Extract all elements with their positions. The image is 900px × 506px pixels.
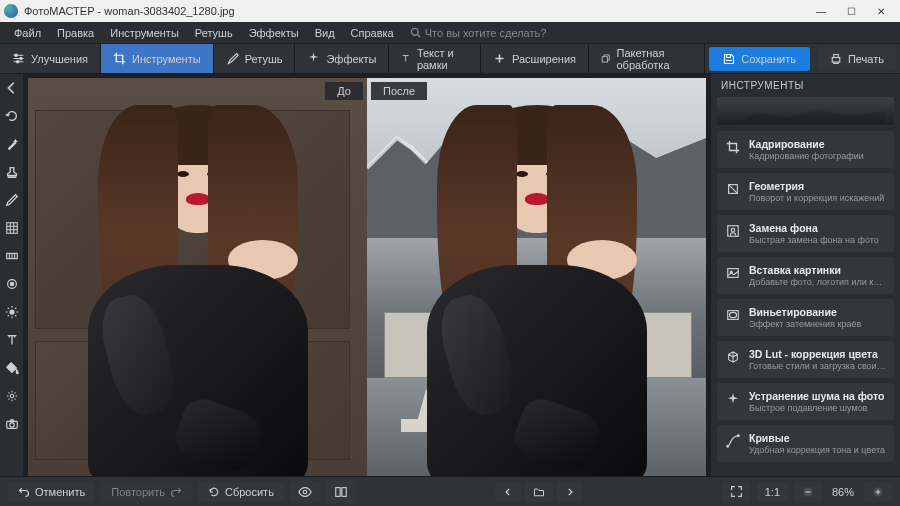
exposure-tool[interactable] [2,302,22,322]
text-icon [401,52,410,65]
save-button[interactable]: Сохранить [709,47,810,71]
bgreplace-icon [725,223,741,239]
tool-desc: Удобная коррекция тона и цвета [749,445,885,455]
close-button[interactable]: ✕ [866,0,896,22]
open-folder-button[interactable] [525,482,553,502]
right-panel-header: ИНСТРУМЕНТЫ [711,74,900,97]
brush-tool[interactable] [2,190,22,210]
crop-icon [725,139,741,155]
right-panel: ИНСТРУМЕНТЫ КадрированиеКадрирование фот… [710,74,900,476]
text-tool[interactable] [2,330,22,350]
undo-label: Отменить [35,486,85,498]
tool-vignette[interactable]: ВиньетированиеЭффект затемнения краёв [717,299,894,336]
camera-tool[interactable] [2,414,22,434]
tab-text[interactable]: Текст и рамки [389,44,481,73]
tab-extensions-label: Расширения [512,53,576,65]
fit-screen-button[interactable] [722,481,751,502]
tool-title: Геометрия [749,180,884,192]
tool-title: Виньетирование [749,306,861,318]
svg-point-13 [9,423,13,427]
tab-text-label: Текст и рамки [417,47,468,71]
main-toolbar: Улучшения Инструменты Ретушь Эффекты Тек… [0,44,900,74]
menu-tools[interactable]: Инструменты [102,22,187,44]
tab-tools[interactable]: Инструменты [101,44,214,73]
brush-icon [226,52,239,65]
stack-icon [601,52,610,65]
tool-desc: Быстрое подавление шумов [749,403,884,413]
radial-tool[interactable] [2,274,22,294]
tab-effects[interactable]: Эффекты [295,44,389,73]
svg-point-20 [730,312,737,317]
chevron-left-icon [503,487,513,497]
bottom-bar: Отменить Повторить Сбросить 1:1 86% [0,476,900,506]
tab-enhance[interactable]: Улучшения [0,44,101,73]
tool-denoise[interactable]: Устранение шума на фотоБыстрое подавлени… [717,383,894,420]
tab-batch-label: Пакетная обработка [616,47,692,71]
gradient-tool[interactable] [2,246,22,266]
print-label: Печать [848,53,884,65]
svg-rect-4 [602,57,607,62]
redo-button[interactable]: Повторить [101,482,192,502]
fill-tool[interactable] [2,358,22,378]
tab-enhance-label: Улучшения [31,53,88,65]
zoom-1to1-button[interactable]: 1:1 [757,482,788,502]
undo-button[interactable]: Отменить [8,482,95,502]
next-image-button[interactable] [557,482,583,502]
svg-rect-15 [728,226,739,237]
print-button[interactable]: Печать [818,47,896,71]
tool-list: КадрированиеКадрирование фотографии Геом… [711,131,900,476]
maximize-button[interactable]: ☐ [836,0,866,22]
redo-icon [170,486,182,498]
prev-image-button[interactable] [495,482,521,502]
plus-circle-icon [872,486,884,498]
menu-view[interactable]: Вид [307,22,343,44]
tool-crop[interactable]: КадрированиеКадрирование фотографии [717,131,894,168]
menu-search-placeholder: Что вы хотите сделать? [425,27,547,39]
canvas-area[interactable]: До После [24,74,710,476]
app-name: ФотоМАСТЕР [24,5,95,17]
rotate-tool[interactable] [2,106,22,126]
tool-title: Кривые [749,432,885,444]
menu-effects[interactable]: Эффекты [241,22,307,44]
menu-retouch[interactable]: Ретушь [187,22,241,44]
grid-tool[interactable] [2,218,22,238]
reset-label: Сбросить [225,486,274,498]
zoom-percent: 86% [828,486,858,498]
minimize-button[interactable]: — [806,0,836,22]
menu-search[interactable]: Что вы хотите сделать? [410,27,547,39]
svg-point-3 [16,61,18,63]
tab-tools-label: Инструменты [132,53,201,65]
redo-label: Повторить [111,486,165,498]
tool-insert-image[interactable]: Вставка картинкиДобавьте фото, логотип и… [717,257,894,294]
plus-icon [493,52,506,65]
svg-point-22 [737,435,739,437]
sparkle-icon [307,52,320,65]
menu-help[interactable]: Справка [343,22,402,44]
back-button[interactable] [2,78,22,98]
left-tool-strip [0,74,24,476]
svg-point-9 [10,282,14,286]
zoom-out-button[interactable] [794,482,822,502]
tool-bg-replace[interactable]: Замена фонаБыстрая замена фона на фото [717,215,894,252]
zoom-in-button[interactable] [864,482,892,502]
tab-retouch-label: Ретушь [245,53,283,65]
tool-curves[interactable]: КривыеУдобная коррекция тона и цвета [717,425,894,462]
tab-batch[interactable]: Пакетная обработка [589,44,705,73]
zoom-ratio-label: 1:1 [765,486,780,498]
svg-point-10 [9,309,14,314]
preview-toggle[interactable] [290,481,320,503]
menu-file[interactable]: Файл [6,22,49,44]
tool-geometry[interactable]: ГеометрияПоворот и коррекция искажений [717,173,894,210]
save-label: Сохранить [741,53,796,65]
right-panel-preview [717,97,894,125]
tab-retouch[interactable]: Ретушь [214,44,296,73]
compare-toggle[interactable] [326,481,356,503]
settings-tool[interactable] [2,386,22,406]
tool-3dlut[interactable]: 3D Lut - коррекция цветаГотовые стили и … [717,341,894,378]
svg-point-2 [20,57,22,59]
stamp-tool[interactable] [2,162,22,182]
reset-button[interactable]: Сбросить [198,482,284,502]
menu-edit[interactable]: Правка [49,22,102,44]
tab-extensions[interactable]: Расширения [481,44,589,73]
wand-tool[interactable] [2,134,22,154]
